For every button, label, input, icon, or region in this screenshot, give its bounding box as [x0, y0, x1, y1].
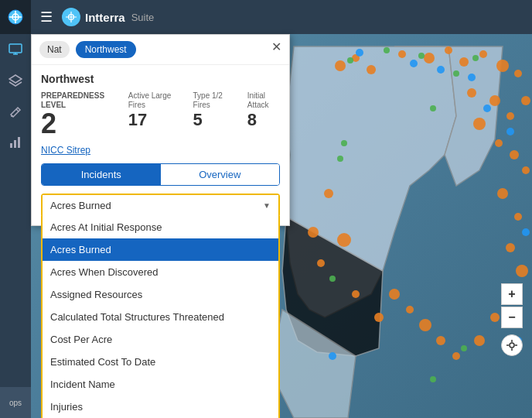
svg-point-14: [467, 88, 476, 98]
svg-rect-70: [18, 137, 20, 148]
active-large-fires-label: Active Large Fires: [128, 91, 178, 110]
tab-northwest[interactable]: Northwest: [76, 41, 136, 58]
svg-point-22: [497, 188, 508, 199]
dropdown-option-acres-discovered[interactable]: Acres When Discovered: [43, 261, 278, 283]
brand-logo-icon: [62, 8, 80, 26]
svg-point-41: [410, 60, 418, 67]
toolbar-logo: [0, 0, 31, 34]
map-controls: + −: [501, 283, 523, 356]
dropdown-option-structures-threatened[interactable]: Calculated Total Structures Threatened: [43, 306, 278, 328]
svg-point-6: [367, 65, 376, 74]
dropdown-selected-text: Acres Burned: [50, 200, 111, 211]
svg-point-20: [510, 150, 519, 159]
svg-point-29: [452, 352, 460, 360]
monitor-toolbar-icon[interactable]: [0, 34, 31, 65]
svg-point-10: [459, 57, 469, 67]
svg-rect-62: [9, 44, 22, 53]
tab-nat[interactable]: Nat: [39, 41, 70, 58]
type-12-fires-value: 5: [193, 110, 232, 130]
svg-point-19: [495, 139, 503, 147]
initial-attack-label: Initial Attack: [247, 91, 280, 110]
locate-button[interactable]: [501, 334, 523, 356]
ops-button[interactable]: ops: [0, 387, 31, 418]
svg-point-53: [472, 55, 479, 61]
zoom-in-button[interactable]: +: [501, 283, 523, 305]
dropdown-option-acres-initial[interactable]: Acres At Initial Response: [43, 216, 278, 238]
svg-point-25: [516, 265, 528, 277]
svg-point-8: [424, 53, 435, 63]
app-logo-icon: [8, 9, 23, 25]
svg-point-34: [374, 313, 384, 322]
svg-point-42: [437, 66, 445, 74]
prep-level-value: 2: [41, 110, 113, 138]
svg-line-66: [16, 109, 19, 111]
svg-point-9: [445, 46, 452, 54]
svg-point-36: [337, 233, 351, 247]
svg-point-48: [329, 352, 336, 360]
dropdown-option-assigned-resources[interactable]: Assigned Resources: [43, 283, 278, 306]
type-12-fires-label: Type 1/2 Fires: [193, 91, 232, 110]
region-panel: Nat Northwest ✕ Northwest PREPAREDNESS L…: [31, 34, 290, 226]
svg-rect-69: [14, 140, 16, 148]
chart-toolbar-icon[interactable]: [0, 127, 31, 158]
svg-point-4: [335, 60, 346, 71]
svg-point-18: [473, 118, 486, 130]
svg-point-13: [514, 70, 522, 77]
left-toolbar: ops: [0, 0, 31, 418]
svg-point-16: [506, 112, 514, 120]
dropdown-list: Acres At Initial Response Acres Burned A…: [41, 216, 280, 418]
preparedness-level: PREPAREDNESS LEVEL 2: [41, 91, 113, 138]
svg-point-38: [308, 227, 319, 238]
dropdown-option-estimated-cost[interactable]: Estimated Cost To Date: [43, 351, 278, 373]
svg-point-33: [389, 289, 400, 300]
active-large-fires-stat: Active Large Fires 17: [128, 91, 178, 130]
dropdown-arrow-icon: ▼: [263, 201, 271, 210]
svg-point-31: [419, 319, 431, 331]
svg-point-54: [430, 105, 436, 111]
type-12-fires-stat: Type 1/2 Fires 5: [193, 91, 232, 130]
metric-dropdown[interactable]: Acres Burned ▼ Acres At Initial Response…: [41, 194, 280, 218]
edit-toolbar-icon[interactable]: [0, 96, 31, 127]
svg-point-17: [521, 96, 530, 105]
svg-point-12: [496, 60, 509, 72]
dropdown-option-cost-per-acre[interactable]: Cost Per Acre: [43, 328, 278, 351]
tab-overview[interactable]: Overview: [161, 164, 280, 185]
svg-point-59: [430, 376, 436, 382]
initial-attack-stat: Initial Attack 8: [247, 91, 280, 130]
svg-point-40: [356, 49, 363, 57]
svg-point-57: [329, 276, 336, 282]
svg-point-56: [337, 156, 343, 162]
brand-name: Intterra: [85, 11, 125, 24]
dropdown-option-incident-name[interactable]: Incident Name: [43, 373, 278, 396]
dropdown-selected-value[interactable]: Acres Burned ▼: [43, 195, 278, 216]
region-title: Northwest: [41, 73, 280, 85]
close-button[interactable]: ✕: [271, 41, 281, 53]
svg-point-7: [398, 50, 406, 58]
svg-point-27: [490, 313, 500, 322]
svg-point-11: [479, 50, 487, 58]
top-bar: ☰ Intterra Suite: [31, 0, 532, 34]
app-branding: Intterra Suite: [62, 8, 154, 26]
menu-icon[interactable]: ☰: [40, 9, 53, 26]
content-tabs: Incidents Overview: [41, 163, 280, 186]
panel-header: Nat Northwest ✕: [32, 35, 289, 65]
nicc-sitrep-link[interactable]: NICC Sitrep: [41, 145, 90, 156]
svg-point-50: [384, 47, 390, 53]
svg-point-51: [418, 53, 425, 59]
stats-row: PREPAREDNESS LEVEL 2 Active Large Fires …: [41, 91, 280, 138]
svg-rect-68: [10, 143, 12, 148]
tab-incidents[interactable]: Incidents: [42, 164, 161, 185]
dropdown-option-acres-burned[interactable]: Acres Burned: [43, 238, 278, 261]
svg-point-46: [522, 228, 530, 236]
svg-point-58: [461, 345, 467, 351]
svg-point-37: [324, 189, 333, 198]
layers-toolbar-icon[interactable]: [0, 65, 31, 96]
brand-suite: Suite: [131, 12, 155, 23]
svg-point-45: [506, 128, 514, 135]
svg-point-21: [522, 166, 530, 174]
svg-point-44: [483, 104, 491, 112]
svg-point-43: [468, 74, 476, 81]
dropdown-option-injuries[interactable]: Injuries: [43, 396, 278, 418]
svg-point-32: [406, 306, 414, 314]
zoom-out-button[interactable]: −: [501, 307, 523, 328]
